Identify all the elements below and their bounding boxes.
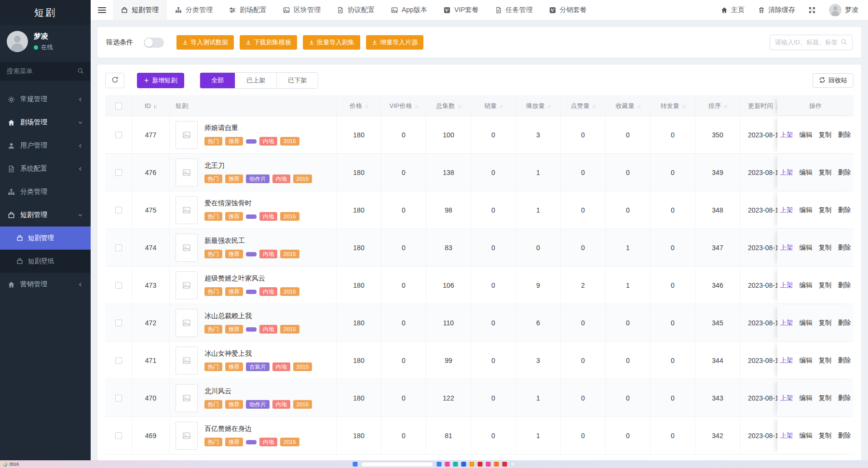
taskbar-app-icon[interactable] (461, 462, 466, 467)
import-button-下载剧集模板[interactable]: 下载剧集模板 (240, 35, 297, 50)
action-删除[interactable]: 删除 (838, 394, 851, 402)
drama-thumbnail[interactable] (176, 384, 198, 412)
action-上架[interactable]: 上架 (780, 243, 793, 252)
action-上架[interactable]: 上架 (780, 356, 793, 365)
sidebar-subitem-短剧管理[interactable]: 短剧管理 (0, 227, 91, 250)
taskbar-search-box[interactable] (361, 462, 434, 467)
recycle-bin-button[interactable]: 回收站 (813, 73, 854, 88)
sidebar-item-常规管理[interactable]: 常规管理 (0, 88, 91, 111)
taskbar-app-icon[interactable] (478, 462, 483, 467)
action-复制[interactable]: 复制 (819, 243, 832, 252)
sidebar-item-短剧管理[interactable]: 短剧管理 (0, 203, 91, 227)
add-drama-button[interactable]: + 新增短剧 (137, 73, 184, 88)
drama-thumbnail[interactable] (176, 347, 198, 374)
action-删除[interactable]: 删除 (838, 131, 851, 139)
taskbar-app-icon[interactable] (470, 462, 475, 467)
nav-tab-区块管理[interactable]: 区块管理 (275, 0, 329, 20)
action-上架[interactable]: 上架 (780, 206, 793, 214)
sort-icon[interactable]: ↓↑ (592, 103, 596, 109)
nav-tab-剧场配置[interactable]: 剧场配置 (221, 0, 275, 20)
avatar[interactable] (7, 31, 28, 52)
action-编辑[interactable]: 编辑 (800, 243, 813, 252)
sidebar-search-input[interactable]: 搜索菜单 (0, 62, 91, 81)
row-checkbox[interactable] (115, 207, 122, 214)
taskbar-app-icon[interactable] (494, 462, 499, 467)
action-编辑[interactable]: 编辑 (800, 168, 813, 177)
drama-thumbnail[interactable] (176, 159, 198, 187)
import-button-批量导入剧集[interactable]: 批量导入剧集 (303, 35, 360, 50)
nav-tab-VIP套餐[interactable]: VIP套餐 (435, 0, 487, 20)
action-删除[interactable]: 删除 (838, 168, 851, 177)
sort-icon[interactable]: ↓↑ (682, 103, 685, 109)
sort-icon[interactable]: ↓↑ (547, 103, 551, 109)
sort-icon[interactable]: ↓↑ (723, 103, 727, 109)
nav-tab-任务管理[interactable]: 任务管理 (487, 0, 541, 20)
action-删除[interactable]: 删除 (838, 319, 851, 327)
taskbar-weather-widget[interactable]: 3516 (3, 462, 19, 467)
action-删除[interactable]: 删除 (838, 431, 851, 440)
action-编辑[interactable]: 编辑 (800, 394, 813, 402)
sidebar-item-剧场管理[interactable]: 剧场管理 (0, 111, 91, 134)
row-checkbox[interactable] (115, 357, 122, 364)
taskbar-widgets-icon[interactable] (511, 462, 515, 467)
nav-action-梦凌[interactable]: 梦凌 (829, 4, 858, 16)
action-删除[interactable]: 删除 (838, 281, 851, 290)
action-复制[interactable]: 复制 (819, 168, 832, 177)
row-checkbox[interactable] (115, 320, 122, 326)
action-复制[interactable]: 复制 (819, 356, 832, 365)
select-all-checkbox[interactable] (115, 103, 122, 109)
taskbar-app-icon[interactable] (445, 462, 450, 467)
drama-thumbnail[interactable] (176, 271, 198, 299)
taskbar-app-icon[interactable] (502, 462, 507, 467)
action-上架[interactable]: 上架 (780, 319, 793, 327)
action-上架[interactable]: 上架 (780, 131, 793, 139)
drama-thumbnail[interactable] (176, 121, 198, 149)
row-checkbox[interactable] (115, 244, 122, 251)
nav-tab-短剧管理[interactable]: 短剧管理 (113, 0, 167, 20)
nav-tab-App版本[interactable]: App版本 (383, 0, 435, 20)
taskbar-app-icon[interactable] (437, 462, 442, 467)
sort-icon[interactable]: ↓↑ (153, 103, 157, 109)
os-taskbar[interactable]: 3516 (0, 460, 868, 468)
sort-icon[interactable]: ↓↑ (365, 103, 368, 109)
sort-icon[interactable]: ↓↑ (637, 103, 640, 109)
taskbar-app-icon[interactable] (486, 462, 491, 467)
drama-thumbnail[interactable] (176, 234, 198, 262)
row-checkbox[interactable] (115, 395, 122, 401)
nav-tab-分销套餐[interactable]: 分销套餐 (541, 0, 595, 20)
action-复制[interactable]: 复制 (819, 206, 832, 214)
action-编辑[interactable]: 编辑 (800, 356, 813, 365)
action-上架[interactable]: 上架 (780, 431, 793, 440)
action-上架[interactable]: 上架 (780, 281, 793, 290)
sidebar-item-分类管理[interactable]: 分类管理 (0, 180, 91, 203)
sidebar-item-营销管理[interactable]: 营销管理 (0, 273, 91, 296)
action-编辑[interactable]: 编辑 (800, 281, 813, 290)
drama-thumbnail[interactable] (176, 309, 198, 337)
action-复制[interactable]: 复制 (819, 281, 832, 290)
action-复制[interactable]: 复制 (819, 131, 832, 139)
sidebar-item-系统配置[interactable]: 系统配置 (0, 157, 91, 180)
action-上架[interactable]: 上架 (780, 168, 793, 177)
action-复制[interactable]: 复制 (819, 319, 832, 327)
action-复制[interactable]: 复制 (819, 394, 832, 402)
nav-action-expand-icon[interactable] (809, 7, 815, 13)
drama-thumbnail[interactable] (176, 196, 198, 224)
table-search-input[interactable]: 请输入ID、标题、标签 (770, 35, 853, 50)
hamburger-menu-icon[interactable] (91, 0, 113, 20)
action-复制[interactable]: 复制 (819, 431, 832, 440)
row-checkbox[interactable] (115, 132, 122, 138)
nav-tab-分类管理[interactable]: 分类管理 (167, 0, 221, 20)
nav-action-清除缓存[interactable]: 清除缓存 (758, 6, 795, 14)
row-checkbox[interactable] (115, 282, 122, 289)
taskbar-app-icon[interactable] (453, 462, 458, 467)
status-tab-已下架[interactable]: 已下架 (276, 73, 318, 88)
action-编辑[interactable]: 编辑 (800, 431, 813, 440)
refresh-button[interactable] (105, 73, 124, 88)
action-编辑[interactable]: 编辑 (800, 319, 813, 327)
status-tab-全部[interactable]: 全部 (200, 73, 235, 88)
taskbar-start-icon[interactable] (353, 462, 358, 467)
import-button-导入测试数据[interactable]: 导入测试数据 (176, 35, 234, 50)
action-删除[interactable]: 删除 (838, 206, 851, 214)
row-checkbox[interactable] (115, 169, 122, 176)
sidebar-subitem-短剧壁纸[interactable]: 短剧壁纸 (0, 250, 91, 273)
